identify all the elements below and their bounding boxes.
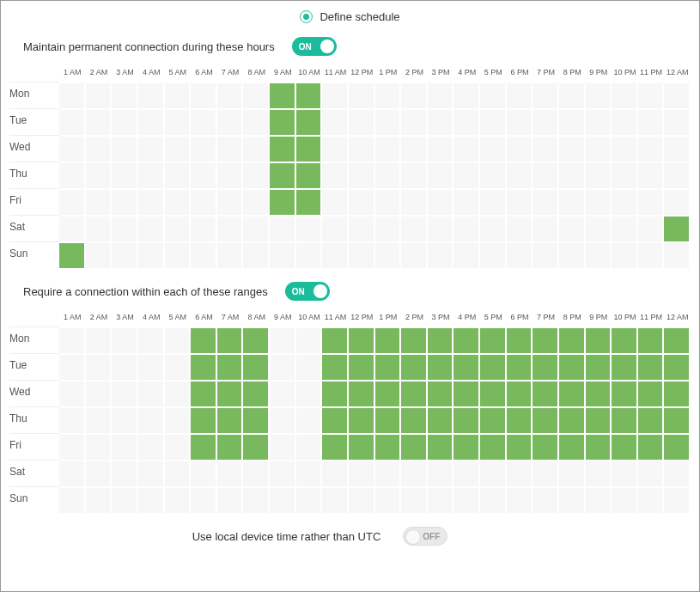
schedule-cell[interactable] [533,433,559,460]
schedule-cell[interactable] [586,188,612,215]
schedule-cell[interactable] [243,380,270,406]
schedule-cell[interactable] [165,327,192,353]
schedule-cell[interactable] [453,188,480,215]
schedule-cell[interactable] [507,460,533,486]
schedule-cell[interactable] [507,380,533,406]
schedule-cell[interactable] [191,327,217,353]
schedule-cell[interactable] [664,433,691,460]
schedule-cell[interactable] [507,486,533,513]
schedule-cell[interactable] [375,406,402,433]
schedule-cell[interactable] [612,188,638,215]
schedule-cell[interactable] [586,327,612,353]
schedule-cell[interactable] [243,327,270,353]
schedule-cell[interactable] [217,108,244,135]
schedule-cell[interactable] [480,486,507,513]
schedule-cell[interactable] [86,162,113,188]
schedule-cell[interactable] [86,82,113,108]
schedule-cell[interactable] [375,188,402,215]
schedule-cell[interactable] [165,241,192,268]
schedule-cell[interactable] [243,188,270,215]
schedule-cell[interactable] [86,380,113,406]
schedule-cell[interactable] [586,162,612,188]
schedule-cell[interactable] [322,215,349,241]
schedule-cell[interactable] [270,215,296,241]
schedule-cell[interactable] [322,241,349,268]
schedule-cell[interactable] [165,486,192,513]
schedule-cell[interactable] [322,162,349,188]
schedule-cell[interactable] [375,162,402,188]
schedule-cell[interactable] [507,108,533,135]
schedule-cell[interactable] [507,406,533,433]
schedule-cell[interactable] [638,406,665,433]
schedule-cell[interactable] [59,406,86,433]
schedule-cell[interactable] [586,380,612,406]
schedule-cell[interactable] [586,406,612,433]
schedule-cell[interactable] [270,433,296,460]
schedule-cell[interactable] [217,353,244,380]
schedule-cell[interactable] [138,433,165,460]
schedule-cell[interactable] [322,380,349,406]
schedule-cell[interactable] [349,327,375,353]
schedule-cell[interactable] [612,241,638,268]
schedule-cell[interactable] [86,188,113,215]
schedule-cell[interactable] [428,486,454,513]
schedule-cell[interactable] [533,406,559,433]
schedule-cell[interactable] [533,380,559,406]
schedule-cell[interactable] [86,135,113,162]
schedule-cell[interactable] [638,215,665,241]
schedule-cell[interactable] [480,162,507,188]
schedule-cell[interactable] [349,188,375,215]
schedule-cell[interactable] [480,241,507,268]
schedule-cell[interactable] [428,353,454,380]
schedule-cell[interactable] [138,241,165,268]
schedule-cell[interactable] [428,380,454,406]
schedule-cell[interactable] [375,327,402,353]
schedule-cell[interactable] [453,406,480,433]
schedule-cell[interactable] [112,188,138,215]
schedule-cell[interactable] [612,460,638,486]
schedule-cell[interactable] [375,353,402,380]
schedule-cell[interactable] [217,327,244,353]
schedule-cell[interactable] [638,486,665,513]
schedule-cell[interactable] [59,135,86,162]
schedule-cell[interactable] [349,353,375,380]
schedule-cell[interactable] [453,135,480,162]
schedule-cell[interactable] [401,406,428,433]
schedule-cell[interactable] [638,353,665,380]
schedule-cell[interactable] [533,188,559,215]
schedule-cell[interactable] [59,188,86,215]
schedule-cell[interactable] [165,162,192,188]
schedule-cell[interactable] [664,380,691,406]
schedule-cell[interactable] [401,486,428,513]
schedule-cell[interactable] [270,241,296,268]
schedule-cell[interactable] [375,380,402,406]
schedule-cell[interactable] [270,460,296,486]
schedule-cell[interactable] [428,108,454,135]
schedule-cell[interactable] [112,406,138,433]
schedule-cell[interactable] [243,215,270,241]
schedule-cell[interactable] [453,327,480,353]
schedule-cell[interactable] [243,108,270,135]
schedule-cell[interactable] [217,486,244,513]
schedule-cell[interactable] [533,327,559,353]
schedule-cell[interactable] [270,135,296,162]
schedule-cell[interactable] [586,215,612,241]
schedule-cell[interactable] [296,241,323,268]
schedule-cell[interactable] [243,460,270,486]
schedule-cell[interactable] [217,380,244,406]
schedule-cell[interactable] [507,433,533,460]
schedule-cell[interactable] [322,135,349,162]
schedule-cell[interactable] [428,162,454,188]
schedule-cell[interactable] [296,188,323,215]
schedule-cell[interactable] [638,433,665,460]
schedule-cell[interactable] [612,215,638,241]
schedule-cell[interactable] [270,353,296,380]
schedule-cell[interactable] [243,241,270,268]
schedule-cell[interactable] [138,327,165,353]
schedule-cell[interactable] [217,188,244,215]
schedule-cell[interactable] [401,135,428,162]
schedule-cell[interactable] [112,82,138,108]
schedule-cell[interactable] [217,460,244,486]
schedule-cell[interactable] [322,327,349,353]
schedule-cell[interactable] [191,353,217,380]
